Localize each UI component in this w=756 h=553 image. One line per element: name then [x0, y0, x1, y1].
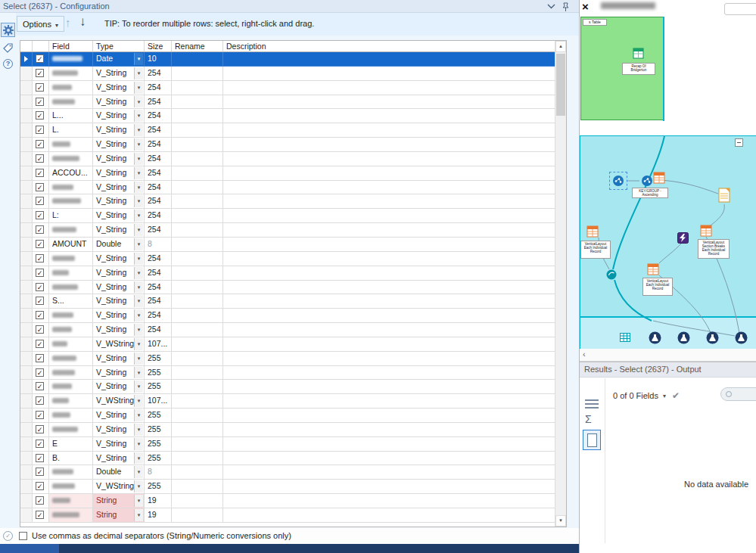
table-row[interactable]: ✓EV_String▾255 [20, 437, 555, 452]
size-cell[interactable]: 254 [145, 309, 172, 322]
table-row[interactable]: ✓V_WString▾107... [20, 337, 555, 352]
type-dropdown[interactable]: Date▾ [93, 52, 145, 66]
dropdown-arrow-icon[interactable]: ▾ [134, 466, 143, 478]
row-select-gutter[interactable] [20, 67, 33, 80]
type-dropdown[interactable]: V_String▾ [93, 123, 145, 137]
row-checkbox[interactable]: ✓ [36, 283, 44, 291]
field-name-cell[interactable] [49, 465, 93, 479]
row-checkbox-cell[interactable]: ✓ [33, 366, 49, 380]
field-name-cell[interactable] [49, 508, 93, 522]
dropdown-arrow-icon[interactable]: ▾ [134, 295, 143, 307]
row-checkbox-cell[interactable]: ✓ [33, 437, 49, 451]
row-checkbox-cell[interactable]: ✓ [33, 109, 49, 123]
size-cell[interactable]: 254 [145, 95, 172, 109]
size-cell[interactable]: 254 [145, 166, 172, 180]
type-dropdown[interactable]: V_String▾ [93, 294, 145, 308]
size-cell[interactable]: 254 [145, 152, 172, 166]
dropdown-arrow-icon[interactable]: ▾ [134, 281, 143, 294]
row-checkbox-cell[interactable]: ✓ [33, 123, 49, 137]
rename-cell[interactable] [172, 380, 223, 393]
move-row-up-icon[interactable]: ↑ [65, 16, 71, 29]
size-cell[interactable]: 254 [145, 294, 172, 308]
row-checkbox-cell[interactable]: ✓ [33, 294, 49, 308]
description-cell[interactable] [223, 52, 555, 66]
field-name-cell[interactable] [49, 337, 93, 351]
type-dropdown[interactable]: V_String▾ [93, 109, 145, 123]
rename-cell[interactable] [172, 465, 223, 479]
description-cell[interactable] [223, 380, 555, 393]
row-checkbox-cell[interactable]: ✓ [33, 352, 49, 365]
size-cell[interactable]: 8 [145, 465, 172, 479]
description-cell[interactable] [223, 194, 555, 208]
description-cell[interactable] [223, 238, 555, 251]
size-cell[interactable]: 254 [145, 81, 172, 95]
row-checkbox[interactable]: ✓ [36, 440, 44, 448]
type-dropdown[interactable]: String▾ [93, 508, 145, 522]
type-dropdown[interactable]: V_String▾ [93, 437, 145, 451]
green-tool-container[interactable]: s Table Recap Of Bridgerton [580, 17, 664, 120]
table-tool-icon[interactable] [633, 48, 644, 61]
rename-cell[interactable] [172, 138, 223, 151]
description-cell[interactable] [223, 465, 555, 479]
rename-cell[interactable] [172, 181, 223, 194]
field-name-cell[interactable] [49, 67, 93, 80]
type-dropdown[interactable]: V_String▾ [93, 380, 145, 393]
size-cell[interactable]: 255 [145, 352, 172, 365]
field-name-cell[interactable]: E [49, 437, 93, 451]
type-dropdown[interactable]: V_String▾ [93, 352, 145, 365]
row-checkbox-cell[interactable]: ✓ [33, 508, 49, 522]
description-cell[interactable] [223, 223, 555, 237]
size-cell[interactable]: 255 [145, 380, 172, 393]
dropdown-arrow-icon[interactable]: ▾ [134, 238, 143, 250]
type-dropdown[interactable]: V_WString▾ [93, 337, 145, 351]
table-row[interactable]: ✓ACCOU...V_String▾254 [20, 166, 555, 181]
type-dropdown[interactable]: V_String▾ [93, 95, 145, 109]
row-select-gutter[interactable] [20, 223, 33, 237]
rename-cell[interactable] [172, 123, 223, 137]
table-row[interactable]: ✓B.V_String▾255 [20, 452, 555, 466]
row-select-gutter[interactable] [20, 480, 33, 493]
rename-cell[interactable] [172, 223, 223, 237]
field-name-cell[interactable] [49, 152, 93, 166]
browse-tool-icon[interactable] [649, 331, 661, 346]
row-select-gutter[interactable] [20, 309, 33, 322]
table-row[interactable]: ✓V_String▾254 [20, 281, 555, 295]
description-cell[interactable] [223, 166, 555, 180]
dropdown-arrow-icon[interactable]: ▾ [134, 182, 143, 194]
row-checkbox-cell[interactable]: ✓ [33, 223, 49, 237]
description-cell[interactable] [223, 123, 555, 137]
dropdown-arrow-icon[interactable]: ▾ [134, 409, 143, 421]
field-name-cell[interactable] [49, 394, 93, 408]
row-checkbox-cell[interactable]: ✓ [33, 181, 49, 194]
size-cell[interactable]: 19 [145, 508, 172, 522]
row-checkbox-cell[interactable]: ✓ [33, 209, 49, 222]
rename-cell[interactable] [172, 409, 223, 422]
table-row[interactable]: ✓V_String▾255 [20, 352, 555, 366]
field-name-cell[interactable]: ACCOU... [49, 166, 93, 180]
rename-cell[interactable] [172, 109, 223, 123]
process-tool-icon[interactable] [612, 175, 624, 188]
field-name-cell[interactable] [49, 252, 93, 266]
table-row[interactable]: ✓V_String▾254 [20, 152, 555, 166]
row-checkbox[interactable]: ✓ [36, 54, 44, 63]
row-checkbox[interactable]: ✓ [36, 454, 44, 462]
description-cell[interactable] [223, 67, 555, 80]
type-dropdown[interactable]: String▾ [93, 494, 145, 508]
dropdown-arrow-icon[interactable]: ▾ [134, 167, 143, 179]
table-row[interactable]: ✓V_String▾255 [20, 409, 555, 423]
description-cell[interactable] [223, 452, 555, 465]
table-row[interactable]: ✓V_String▾254 [20, 309, 555, 323]
table-row[interactable]: ✓V_String▾254 [20, 194, 555, 209]
field-name-cell[interactable]: L... [49, 109, 93, 123]
table-row[interactable]: ✓V_WString▾107... [20, 394, 555, 409]
size-cell[interactable]: 254 [145, 123, 172, 137]
field-name-cell[interactable]: AMOUNT [49, 238, 93, 251]
description-cell[interactable] [223, 138, 555, 151]
join-tool-icon[interactable] [606, 269, 617, 281]
row-checkbox-cell[interactable]: ✓ [33, 52, 49, 66]
row-checkbox-cell[interactable]: ✓ [33, 81, 49, 95]
row-select-gutter[interactable] [20, 452, 33, 465]
preview-doc-icon[interactable] [583, 430, 601, 450]
rename-cell[interactable] [172, 152, 223, 166]
row-select-gutter[interactable] [20, 337, 33, 351]
